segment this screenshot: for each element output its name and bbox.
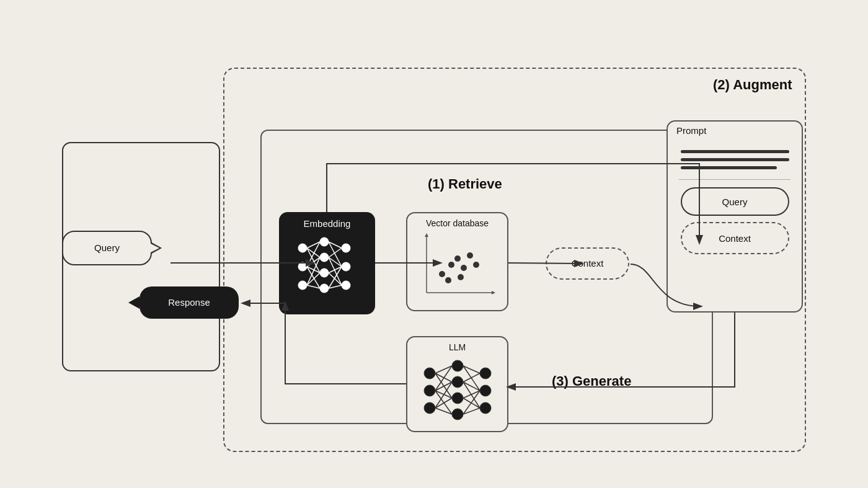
prompt-context-box: Context bbox=[681, 222, 789, 254]
prompt-query-label: Query bbox=[722, 197, 748, 207]
query-bubble: Query bbox=[62, 231, 152, 265]
svg-line-24 bbox=[329, 273, 342, 285]
prompt-line-2 bbox=[681, 158, 789, 161]
svg-line-13 bbox=[307, 242, 320, 267]
svg-point-36 bbox=[461, 265, 467, 271]
svg-point-8 bbox=[342, 262, 350, 271]
svg-point-44 bbox=[452, 360, 463, 371]
embedding-box: Embedding bbox=[279, 212, 375, 314]
svg-point-37 bbox=[467, 252, 473, 259]
svg-point-45 bbox=[452, 376, 463, 388]
vector-db-box: Vector database bbox=[406, 212, 508, 311]
svg-point-4 bbox=[320, 253, 329, 262]
svg-point-1 bbox=[298, 262, 307, 271]
llm-network-icon bbox=[417, 355, 498, 426]
svg-point-50 bbox=[480, 402, 491, 414]
prompt-card: Prompt Query Context bbox=[666, 120, 803, 313]
llm-box: LLM bbox=[406, 336, 508, 432]
svg-point-49 bbox=[480, 385, 491, 396]
svg-point-5 bbox=[320, 268, 329, 277]
svg-point-0 bbox=[298, 244, 307, 252]
embedding-label: Embedding bbox=[304, 218, 351, 229]
svg-point-3 bbox=[320, 237, 329, 246]
svg-point-33 bbox=[439, 271, 445, 277]
svg-point-7 bbox=[342, 244, 350, 252]
response-label: Response bbox=[168, 297, 210, 308]
svg-point-35 bbox=[454, 255, 461, 262]
retrieve-label: (1) Retrieve bbox=[428, 176, 502, 192]
svg-point-38 bbox=[473, 262, 479, 268]
svg-point-39 bbox=[445, 277, 451, 283]
svg-marker-32 bbox=[425, 233, 428, 237]
svg-point-2 bbox=[298, 281, 307, 290]
prompt-context-label: Context bbox=[719, 233, 751, 244]
svg-line-18 bbox=[307, 273, 320, 285]
query-label: Query bbox=[94, 242, 120, 253]
svg-point-6 bbox=[320, 284, 329, 293]
vector-db-label: Vector database bbox=[426, 218, 489, 228]
svg-point-34 bbox=[448, 262, 454, 268]
svg-point-9 bbox=[342, 281, 350, 290]
prompt-query-box: Query bbox=[681, 187, 789, 216]
context-middle: Context bbox=[546, 247, 629, 280]
llm-label: LLM bbox=[449, 342, 466, 352]
context-middle-label: Context bbox=[572, 258, 604, 268]
svg-line-59 bbox=[435, 398, 452, 408]
response-bubble: Response bbox=[140, 286, 239, 319]
prompt-text-lines bbox=[681, 145, 789, 172]
prompt-card-label-container: Prompt bbox=[676, 125, 706, 136]
svg-point-40 bbox=[458, 274, 464, 280]
prompt-line-1 bbox=[681, 150, 789, 153]
vector-db-icon bbox=[417, 231, 498, 302]
svg-point-46 bbox=[452, 393, 463, 404]
prompt-line-3 bbox=[681, 166, 777, 169]
svg-line-27 bbox=[329, 242, 342, 267]
embedding-network-icon bbox=[290, 233, 365, 301]
svg-point-48 bbox=[480, 368, 491, 379]
prompt-label: Prompt bbox=[676, 125, 706, 136]
svg-point-47 bbox=[452, 409, 463, 420]
svg-marker-31 bbox=[492, 291, 495, 295]
generate-label: (3) Generate bbox=[552, 373, 631, 389]
svg-point-43 bbox=[424, 402, 435, 414]
svg-line-21 bbox=[329, 248, 342, 257]
svg-point-41 bbox=[424, 368, 435, 379]
svg-point-42 bbox=[424, 385, 435, 396]
augment-label: (2) Augment bbox=[713, 77, 792, 93]
